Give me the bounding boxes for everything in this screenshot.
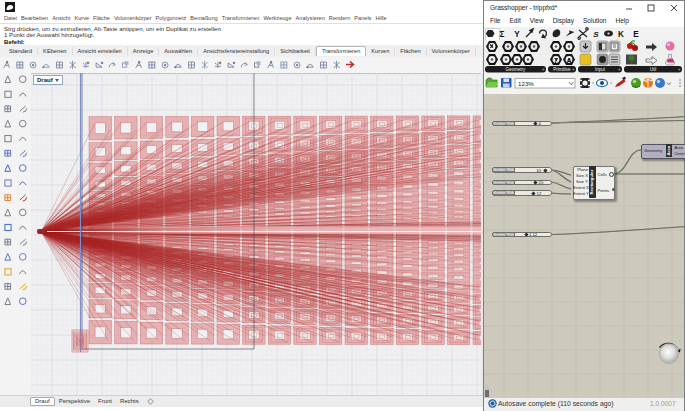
svg-text:+: + [618,67,621,72]
svg-text:K: K [618,30,624,39]
svg-text:+: + [542,67,545,72]
svg-text:+: + [678,67,681,72]
svg-text:E: E [633,30,639,39]
svg-text:7: 7 [554,57,558,64]
svg-text:Util: Util [650,67,657,72]
svg-text:Σ: Σ [500,30,505,39]
svg-text:Y: Y [514,30,520,39]
svg-text:A: A [567,57,572,64]
svg-text:+: + [572,67,575,72]
svg-text:S: S [593,30,599,39]
svg-text:123%: 123% [518,80,534,87]
svg-text:Input: Input [595,67,606,72]
svg-text:Primitive: Primitive [553,67,571,72]
svg-text:Geometry: Geometry [506,67,527,72]
